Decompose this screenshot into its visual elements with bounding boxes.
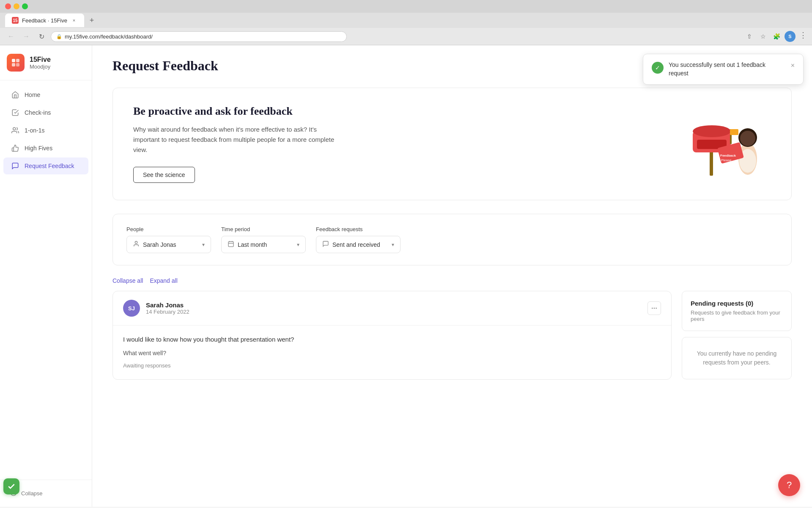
browser-menu-button[interactable]: ⋮ xyxy=(799,30,807,42)
svg-point-30 xyxy=(652,308,653,309)
main-column: SJ Sarah Jonas 14 February 2022 I would … xyxy=(112,291,672,380)
card-user-date: 14 February 2022 xyxy=(146,309,647,315)
svg-point-13 xyxy=(693,125,731,137)
sidebar-item-checkins[interactable]: Check-ins xyxy=(3,104,88,121)
pending-description: Requests to give feedback from your peer… xyxy=(691,309,783,322)
highfives-icon xyxy=(11,144,19,152)
1on1s-icon xyxy=(11,126,19,135)
browser-profile-avatar: S xyxy=(785,31,796,42)
browser-chrome: 15 Feedback · 15Five × + ← → ↻ 🔒 my.15fi… xyxy=(0,0,812,45)
nav-label-1on1s: 1-on-1s xyxy=(25,127,44,134)
feedback-sub-label: What went well? xyxy=(123,350,661,356)
toast-success-icon: ✓ xyxy=(652,62,664,74)
sidebar: 15Five Moodjoy Home Check-ins xyxy=(0,45,92,507)
no-pending-box: You currently have no pending requests f… xyxy=(682,337,792,379)
info-card-illustration: Feedback Please xyxy=(678,106,771,182)
sidebar-nav: Home Check-ins 1-on-1s High Fives xyxy=(0,80,92,480)
tab-title: Feedback · 15Five xyxy=(22,17,67,24)
info-card-text: Be proactive and ask for feedback Why wa… xyxy=(133,105,661,183)
forward-button[interactable]: → xyxy=(20,30,32,42)
expand-all-link[interactable]: Expand all xyxy=(150,277,177,284)
back-button[interactable]: ← xyxy=(5,30,17,42)
nav-label-request-feedback: Request Feedback xyxy=(25,163,74,169)
extensions-icon[interactable]: 🧩 xyxy=(771,30,782,42)
pending-title: Pending requests (0) xyxy=(691,300,783,307)
svg-text:Please: Please xyxy=(721,158,732,162)
feedback-question: I would like to know how you thought tha… xyxy=(123,336,661,343)
maximize-button[interactable] xyxy=(22,3,28,9)
people-filter-value: Sarah Jonas xyxy=(143,241,199,248)
info-card-description: Why wait around for feedback when it's m… xyxy=(133,124,345,155)
active-tab[interactable]: 15 Feedback · 15Five × xyxy=(5,14,84,27)
card-menu-button[interactable] xyxy=(647,301,661,315)
sidebar-item-highfives[interactable]: High Fives xyxy=(3,140,88,157)
feedback-requests-icon xyxy=(322,240,329,248)
side-column: Pending requests (0) Requests to give fe… xyxy=(682,291,792,380)
address-bar-actions: ⇧ ☆ 🧩 S ⋮ xyxy=(743,30,807,42)
company-subtitle: Moodjoy xyxy=(30,64,51,70)
home-icon xyxy=(11,91,19,99)
see-science-button[interactable]: See the science xyxy=(133,167,195,183)
svg-point-25 xyxy=(135,241,137,243)
sidebar-check-badge[interactable] xyxy=(3,478,19,494)
card-user-info: Sarah Jonas 14 February 2022 xyxy=(146,301,647,315)
main-content: ✓ You successfully sent out 1 feedback r… xyxy=(92,45,812,507)
feedback-card: SJ Sarah Jonas 14 February 2022 I would … xyxy=(112,291,672,380)
support-icon: ? xyxy=(787,480,792,491)
security-lock-icon: 🔒 xyxy=(56,34,62,39)
sidebar-logo: 15Five Moodjoy xyxy=(0,45,92,80)
tab-close-button[interactable]: × xyxy=(71,17,77,24)
toast-notification: ✓ You successfully sent out 1 feedback r… xyxy=(643,54,804,85)
request-feedback-icon xyxy=(11,162,19,170)
time-filter-value: Last month xyxy=(238,241,294,248)
svg-rect-26 xyxy=(228,242,233,247)
svg-text:Feedback: Feedback xyxy=(720,154,736,157)
page-title: Request Feedback xyxy=(112,58,218,74)
svg-point-19 xyxy=(740,131,755,146)
collapse-all-link[interactable]: Collapse all xyxy=(112,277,143,284)
time-filter-group: Time period Last month ▾ xyxy=(221,226,306,253)
tab-favicon: 15 xyxy=(12,17,19,24)
time-filter-select[interactable]: Last month ▾ xyxy=(221,236,306,253)
person-icon xyxy=(133,240,140,248)
share-icon[interactable]: ⇧ xyxy=(743,30,755,42)
support-button[interactable]: ? xyxy=(778,474,800,496)
toast-message: You successfully sent out 1 feedback req… xyxy=(669,61,786,77)
requests-filter-value: Sent and received xyxy=(332,241,388,248)
filters-section: People Sarah Jonas ▾ Time period xyxy=(112,214,792,265)
profile-icon[interactable]: S xyxy=(784,30,796,42)
app-container: 15Five Moodjoy Home Check-ins xyxy=(0,45,812,507)
close-button[interactable] xyxy=(5,3,11,9)
tab-bar: 15 Feedback · 15Five × + xyxy=(0,13,812,28)
people-filter-select[interactable]: Sarah Jonas ▾ xyxy=(126,236,211,253)
svg-point-31 xyxy=(654,308,655,309)
app-logo-icon xyxy=(7,54,25,72)
bookmark-icon[interactable]: ☆ xyxy=(757,30,769,42)
sidebar-item-home[interactable]: Home xyxy=(3,86,88,103)
toast-close-button[interactable]: × xyxy=(791,62,795,69)
info-card-title: Be proactive and ask for feedback xyxy=(133,105,661,118)
time-chevron-icon: ▾ xyxy=(297,242,299,248)
collapse-expand-row: Collapse all Expand all xyxy=(112,277,792,284)
filters-row: People Sarah Jonas ▾ Time period xyxy=(126,226,778,253)
minimize-button[interactable] xyxy=(14,3,19,9)
address-text: my.15five.com/feedback/dashboard/ xyxy=(65,33,153,40)
awaiting-badge: Awaiting responses xyxy=(123,362,171,369)
new-tab-button[interactable]: + xyxy=(86,14,98,26)
svg-point-4 xyxy=(13,127,16,130)
two-col-layout: SJ Sarah Jonas 14 February 2022 I would … xyxy=(112,291,792,380)
nav-label-home: Home xyxy=(25,91,40,98)
calendar-icon xyxy=(228,240,234,248)
traffic-lights xyxy=(5,3,28,9)
sidebar-item-1on1s[interactable]: 1-on-1s xyxy=(3,122,88,139)
refresh-button[interactable]: ↻ xyxy=(36,30,47,42)
svg-rect-16 xyxy=(730,129,738,135)
sidebar-item-request-feedback[interactable]: Request Feedback xyxy=(3,157,88,174)
feedback-card-body: I would like to know how you thought tha… xyxy=(113,326,671,379)
requests-filter-select[interactable]: Sent and received ▾ xyxy=(316,236,401,253)
requests-chevron-icon: ▾ xyxy=(392,242,394,248)
pending-requests-box: Pending requests (0) Requests to give fe… xyxy=(682,291,792,331)
svg-point-32 xyxy=(656,308,657,309)
address-bar[interactable]: 🔒 my.15five.com/feedback/dashboard/ xyxy=(51,31,347,42)
no-pending-message: You currently have no pending requests f… xyxy=(697,350,777,366)
